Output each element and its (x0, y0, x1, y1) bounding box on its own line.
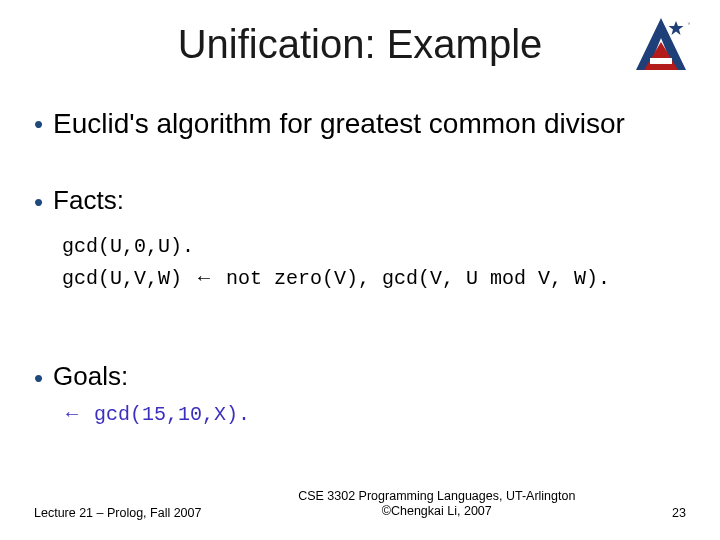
fact-line-2-post: not zero(V), gcd(V, U mod V, W). (214, 267, 610, 290)
bullet-dot-icon: • (34, 364, 43, 393)
uta-logo: ™ (632, 14, 690, 76)
bullet-goals: • Goals: (34, 362, 686, 393)
slide-title: Unification: Example (0, 22, 720, 67)
facts-code: gcd(U,0,U). gcd(U,V,W) ← not zero(V), gc… (62, 231, 686, 294)
left-arrow-icon: ← (194, 266, 214, 288)
footer: Lecture 21 – Prolog, Fall 2007 CSE 3302 … (34, 489, 686, 520)
bullet-dot-icon: • (34, 188, 43, 217)
fact-line-2-pre: gcd(U,V,W) (62, 267, 194, 290)
goal-text: gcd(15,10,X). (82, 403, 250, 426)
goal-code: ← gcd(15,10,X). (62, 402, 686, 426)
footer-center: CSE 3302 Programming Languages, UT-Arlin… (201, 489, 672, 520)
fact-line-1: gcd(U,0,U). (62, 235, 194, 258)
svg-text:™: ™ (687, 21, 690, 27)
bullet-intro-text: Euclid's algorithm for greatest common d… (53, 108, 625, 140)
footer-center-line2: ©Chengkai Li, 2007 (201, 504, 672, 520)
goals-section: • Goals: ← gcd(15,10,X). (34, 362, 686, 427)
facts-section: • Facts: gcd(U,0,U). gcd(U,V,W) ← not ze… (34, 186, 686, 294)
left-arrow-icon: ← (62, 402, 82, 424)
bullet-intro: • Euclid's algorithm for greatest common… (34, 108, 686, 140)
goals-label: Goals: (53, 362, 128, 392)
bullet-facts: • Facts: (34, 186, 686, 217)
facts-label: Facts: (53, 186, 124, 216)
svg-marker-3 (669, 21, 684, 35)
svg-rect-2 (650, 58, 672, 64)
footer-center-line1: CSE 3302 Programming Languages, UT-Arlin… (201, 489, 672, 505)
footer-left: Lecture 21 – Prolog, Fall 2007 (34, 506, 201, 520)
slide: Unification: Example ™ • Euclid's algori… (0, 0, 720, 540)
slide-body: • Euclid's algorithm for greatest common… (34, 108, 686, 426)
footer-page-number: 23 (672, 506, 686, 520)
bullet-dot-icon: • (34, 110, 43, 139)
